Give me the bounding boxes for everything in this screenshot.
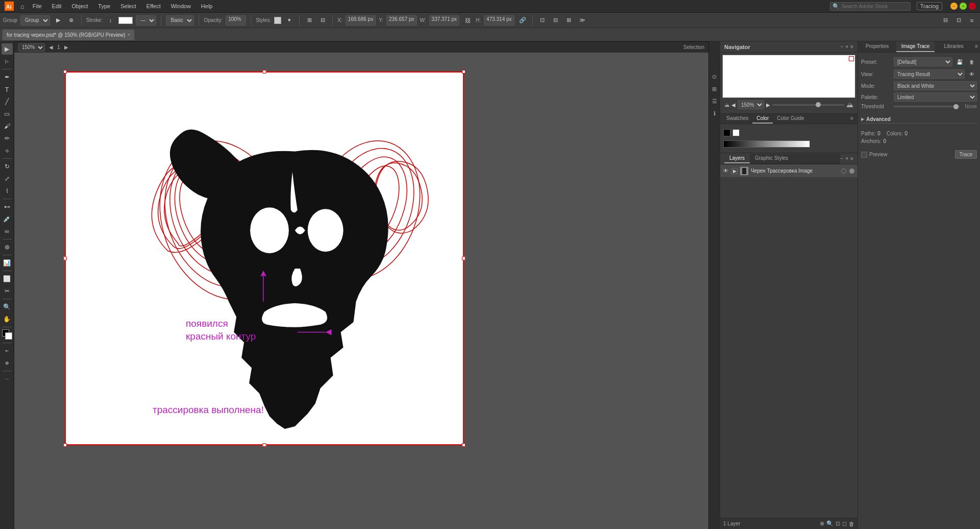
layer-lock-toggle[interactable] (841, 169, 846, 174)
tool-eyedropper[interactable]: 💉 (2, 213, 13, 225)
navigator-zoom-thumb[interactable] (816, 102, 821, 107)
layer-row[interactable]: 👁 ▶ Черен Трассировка Image (720, 164, 857, 178)
layer-search-button[interactable]: 🔍 (826, 520, 834, 527)
more-icon[interactable]: ≫ (577, 15, 587, 26)
tool-draw-mode[interactable]: ⊕ (2, 357, 13, 369)
tool-type[interactable]: T (2, 84, 13, 95)
navigator-collapse[interactable]: − (840, 44, 843, 50)
color-guide-tab[interactable]: Color Guide (773, 114, 808, 124)
w-value[interactable]: 337.371 px (429, 15, 460, 26)
transform-icon[interactable]: ⊡ (537, 15, 548, 26)
tool-icon-2[interactable]: ⊕ (66, 15, 77, 26)
swatch-black[interactable] (723, 129, 730, 136)
zoom-increase-button[interactable]: ▶ (766, 102, 770, 108)
background-color[interactable] (5, 332, 12, 340)
handle-top-right[interactable] (462, 70, 465, 74)
align-icon[interactable]: ⊞ (304, 15, 314, 26)
adobe-stock-search[interactable]: 🔍 (830, 2, 911, 11)
tool-zoom[interactable]: 🔍 (2, 301, 13, 312)
workspace-selector[interactable]: Tracing (917, 2, 942, 10)
handle-bot-left[interactable] (63, 443, 67, 447)
styles-box[interactable] (274, 17, 281, 24)
preset-save-button[interactable]: 💾 (954, 57, 965, 67)
layers-collapse[interactable]: − (840, 156, 843, 161)
styles-dropdown[interactable]: ▾ (284, 15, 295, 26)
info-icon[interactable]: ℹ (710, 109, 719, 118)
color-tab[interactable]: Color (752, 114, 773, 124)
tool-more[interactable]: ··· (2, 373, 13, 384)
tool-hand[interactable]: ✋ (2, 314, 13, 325)
canvas-area[interactable]: появилсякрасный контур трассировка выпол… (14, 41, 708, 529)
constrain-icon[interactable]: 🔗 (518, 15, 528, 26)
panel-toggle-1[interactable]: ⊟ (940, 15, 950, 26)
libraries-tab[interactable]: Libraries (935, 41, 973, 52)
handle-bot-mid[interactable] (263, 443, 266, 447)
opacity-value[interactable]: 100% (226, 15, 246, 26)
swatches-tab[interactable]: Swatches (722, 114, 752, 124)
new-layer-button[interactable]: ◻ (842, 520, 847, 527)
handle-top-mid[interactable] (263, 70, 266, 74)
tool-warp[interactable]: ⌇ (2, 185, 13, 197)
image-trace-tab[interactable]: Image Trace (896, 41, 935, 52)
menu-object[interactable]: Object (70, 3, 90, 9)
x-value[interactable]: 168.686 px (346, 15, 376, 26)
make-sublayer-button[interactable]: ⊕ (820, 520, 824, 527)
panel-toggle-3[interactable]: ≡ (967, 15, 977, 26)
tool-slice[interactable]: ✂ (2, 285, 13, 297)
stroke-select[interactable]: — (136, 15, 156, 26)
tool-paintbrush[interactable]: 🖌 (2, 121, 13, 132)
menu-help[interactable]: Help (199, 3, 215, 9)
threshold-slider-thumb[interactable] (953, 104, 959, 109)
menu-type[interactable]: Type (96, 3, 112, 9)
tool-fill-mode[interactable]: ▪▫ (2, 345, 13, 356)
layers-tab[interactable]: Layers (724, 154, 750, 163)
stroke-icon[interactable]: ↕ (105, 15, 115, 26)
y-value[interactable]: 236.657 px (386, 15, 417, 26)
next-artboard-button[interactable]: ▶ (64, 44, 68, 50)
navigator-panel-header[interactable]: Navigator − × ≡ (720, 41, 857, 53)
tool-blend[interactable]: ∞ (2, 226, 13, 237)
zoom-out-mountain[interactable]: ⛰ (724, 102, 729, 108)
graphic-styles-tab[interactable]: Graphic Styles (750, 154, 793, 163)
maximize-button[interactable]: + (960, 3, 967, 10)
tool-rotate[interactable]: ↻ (2, 161, 13, 172)
preset-select[interactable]: [Default] (894, 57, 952, 66)
close-button[interactable]: × (969, 3, 976, 10)
view-icon[interactable]: 👁 (967, 69, 977, 79)
search-input[interactable] (842, 4, 908, 9)
tab-close-button[interactable]: × (128, 32, 130, 37)
menu-effect[interactable]: Effect (144, 3, 163, 9)
menu-window[interactable]: Window (169, 3, 193, 9)
minimize-button[interactable]: − (950, 3, 958, 10)
menu-edit[interactable]: Edit (50, 3, 64, 9)
color-panel-menu[interactable]: ≡ (848, 114, 855, 124)
preview-checkbox[interactable] (861, 152, 867, 158)
preset-delete-button[interactable]: 🗑 (967, 57, 977, 67)
tool-pen[interactable]: ✒ (2, 71, 13, 83)
layer-target[interactable] (849, 169, 854, 174)
link-icon[interactable]: ⛓ (462, 15, 473, 26)
gradient-swatch[interactable] (723, 140, 810, 148)
grid-icon[interactable]: ⊟ (317, 15, 328, 26)
threshold-slider[interactable] (894, 106, 960, 107)
h-value[interactable]: 473.314 px (484, 15, 514, 26)
document-tab[interactable]: for tracing черен.psd* @ 150% (RGB/GPU P… (2, 29, 135, 40)
navigator-thumbnail[interactable] (722, 55, 855, 98)
menu-select[interactable]: Select (118, 3, 138, 9)
fill-style-select[interactable]: Basic (166, 15, 194, 26)
prev-artboard-button[interactable]: ◀ (49, 44, 53, 50)
tool-rect[interactable]: ▭ (2, 108, 13, 119)
swatch-white[interactable] (732, 129, 740, 136)
align-icon-2[interactable]: ⊟ (551, 15, 561, 26)
layer-visibility-toggle[interactable]: 👁 (722, 167, 729, 175)
pathfinder-icon[interactable]: ⊞ (564, 15, 574, 26)
panel-toggle-2[interactable]: ⊡ (953, 15, 964, 26)
delete-layer-button[interactable]: 🗑 (849, 521, 854, 527)
tool-graph[interactable]: 📊 (2, 257, 13, 269)
handle-mid-left[interactable] (63, 257, 67, 260)
handle-bot-right[interactable] (462, 443, 465, 447)
tool-scale[interactable]: ⤢ (2, 173, 13, 184)
tool-artboard[interactable]: ⬜ (2, 273, 13, 284)
trace-button[interactable]: Trace (955, 150, 977, 159)
adjust-icon[interactable]: ⊞ (710, 84, 719, 93)
